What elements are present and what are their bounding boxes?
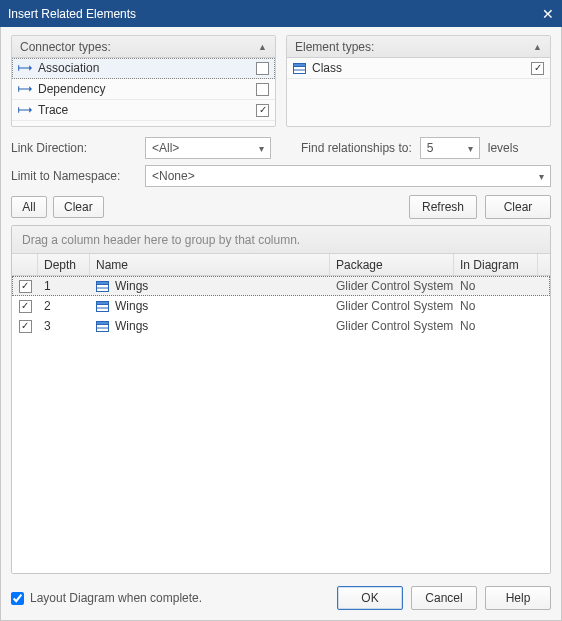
class-icon bbox=[96, 281, 109, 292]
cell-name: Wings bbox=[90, 319, 330, 333]
connector-types-header[interactable]: Connector types: ▲ bbox=[12, 36, 275, 58]
title-bar: Insert Related Elements ✕ bbox=[0, 0, 562, 27]
connector-types-panel: Connector types: ▲ AssociationDependency… bbox=[11, 35, 276, 127]
arrow-icon bbox=[18, 84, 32, 94]
svg-rect-19 bbox=[97, 321, 109, 324]
cell-depth: 2 bbox=[38, 299, 90, 313]
col-check[interactable] bbox=[12, 254, 38, 275]
col-tail bbox=[538, 254, 550, 275]
link-direction-combo[interactable]: <All> ▾ bbox=[145, 137, 271, 159]
options-form: Link Direction: <All> ▾ Find relationshi… bbox=[11, 133, 551, 187]
connector-type-item[interactable]: Dependency bbox=[12, 79, 275, 100]
svg-marker-4 bbox=[29, 86, 32, 92]
chevron-down-icon: ▾ bbox=[468, 143, 473, 154]
cell-name: Wings bbox=[90, 299, 330, 313]
element-types-header[interactable]: Element types: ▲ bbox=[287, 36, 550, 58]
group-by-bar[interactable]: Drag a column header here to group by th… bbox=[12, 226, 550, 254]
namespace-combo[interactable]: <None> ▾ bbox=[145, 165, 551, 187]
connector-types-list: AssociationDependencyTrace bbox=[12, 58, 275, 126]
cell-in-diagram: No bbox=[454, 279, 550, 293]
svg-rect-16 bbox=[97, 301, 109, 304]
chevron-down-icon: ▾ bbox=[259, 143, 264, 154]
chevron-down-icon: ▾ bbox=[539, 171, 544, 182]
connector-type-label: Association bbox=[38, 61, 99, 75]
levels-value: 5 bbox=[427, 141, 434, 155]
element-types-panel: Element types: ▲ Class bbox=[286, 35, 551, 127]
element-types-list: Class bbox=[287, 58, 550, 126]
levels-combo[interactable]: 5 ▾ bbox=[420, 137, 480, 159]
connector-type-item[interactable]: Association bbox=[12, 58, 275, 79]
refresh-button[interactable]: Refresh bbox=[409, 195, 477, 219]
grid-rows: 1WingsGlider Control SystemNo2WingsGlide… bbox=[12, 276, 550, 573]
clear-selection-button[interactable]: Clear bbox=[53, 196, 104, 218]
cell-depth: 3 bbox=[38, 319, 90, 333]
dialog-footer: Layout Diagram when complete. OK Cancel … bbox=[11, 580, 551, 610]
class-icon bbox=[96, 321, 109, 332]
limit-namespace-label: Limit to Namespace: bbox=[11, 169, 137, 183]
cell-in-diagram: No bbox=[454, 319, 550, 333]
window-title: Insert Related Elements bbox=[8, 7, 136, 21]
sort-caret-icon: ▲ bbox=[533, 42, 542, 52]
column-headers: Depth Name Package In Diagram bbox=[12, 254, 550, 276]
connector-type-checkbox[interactable] bbox=[256, 83, 269, 96]
sort-caret-icon: ▲ bbox=[258, 42, 267, 52]
cancel-button[interactable]: Cancel bbox=[411, 586, 477, 610]
element-types-title: Element types: bbox=[295, 40, 374, 54]
element-type-item[interactable]: Class bbox=[287, 58, 550, 79]
connector-type-item[interactable]: Trace bbox=[12, 100, 275, 121]
select-all-button[interactable]: All bbox=[11, 196, 47, 218]
element-type-label: Class bbox=[312, 61, 342, 75]
cell-package: Glider Control System bbox=[330, 279, 454, 293]
link-direction-label: Link Direction: bbox=[11, 141, 137, 155]
arrow-icon bbox=[18, 105, 32, 115]
connector-type-label: Dependency bbox=[38, 82, 105, 96]
connector-type-checkbox[interactable] bbox=[256, 104, 269, 117]
table-row[interactable]: 3WingsGlider Control SystemNo bbox=[12, 316, 550, 336]
class-icon bbox=[293, 63, 306, 74]
levels-label: levels bbox=[488, 141, 519, 155]
row-namespace: Limit to Namespace: <None> ▾ bbox=[11, 165, 551, 187]
col-depth[interactable]: Depth bbox=[38, 254, 90, 275]
class-icon bbox=[96, 301, 109, 312]
col-in-diagram[interactable]: In Diagram bbox=[454, 254, 538, 275]
element-type-checkbox[interactable] bbox=[531, 62, 544, 75]
svg-marker-1 bbox=[29, 65, 32, 71]
help-button[interactable]: Help bbox=[485, 586, 551, 610]
table-row[interactable]: 1WingsGlider Control SystemNo bbox=[12, 276, 550, 296]
cell-in-diagram: No bbox=[454, 299, 550, 313]
table-row[interactable]: 2WingsGlider Control SystemNo bbox=[12, 296, 550, 316]
cell-name: Wings bbox=[90, 279, 330, 293]
cell-depth: 1 bbox=[38, 279, 90, 293]
namespace-value: <None> bbox=[152, 169, 195, 183]
cell-package: Glider Control System bbox=[330, 299, 454, 313]
ok-button[interactable]: OK bbox=[337, 586, 403, 610]
group-by-hint: Drag a column header here to group by th… bbox=[22, 233, 300, 247]
row-checkbox[interactable] bbox=[19, 300, 32, 313]
row-link-direction: Link Direction: <All> ▾ Find relationshi… bbox=[11, 137, 551, 159]
svg-rect-13 bbox=[97, 281, 109, 284]
link-direction-value: <All> bbox=[152, 141, 179, 155]
row-checkbox[interactable] bbox=[19, 280, 32, 293]
find-relationships-label: Find relationships to: bbox=[301, 141, 412, 155]
row-checkbox[interactable] bbox=[19, 320, 32, 333]
connector-types-title: Connector types: bbox=[20, 40, 111, 54]
top-panels: Connector types: ▲ AssociationDependency… bbox=[11, 35, 551, 127]
cell-package: Glider Control System bbox=[330, 319, 454, 333]
col-package[interactable]: Package bbox=[330, 254, 454, 275]
svg-marker-7 bbox=[29, 107, 32, 113]
selection-toolbar: All Clear Refresh Clear bbox=[11, 195, 551, 219]
layout-diagram-checkbox[interactable] bbox=[11, 592, 24, 605]
layout-diagram-label[interactable]: Layout Diagram when complete. bbox=[30, 591, 202, 605]
arrow-icon bbox=[18, 63, 32, 73]
clear-results-button[interactable]: Clear bbox=[485, 195, 551, 219]
close-icon[interactable]: ✕ bbox=[542, 7, 554, 21]
connector-type-checkbox[interactable] bbox=[256, 62, 269, 75]
dialog-body: Connector types: ▲ AssociationDependency… bbox=[0, 27, 562, 621]
connector-type-label: Trace bbox=[38, 103, 68, 117]
results-grid: Drag a column header here to group by th… bbox=[11, 225, 551, 574]
col-name[interactable]: Name bbox=[90, 254, 330, 275]
svg-rect-10 bbox=[294, 63, 306, 66]
